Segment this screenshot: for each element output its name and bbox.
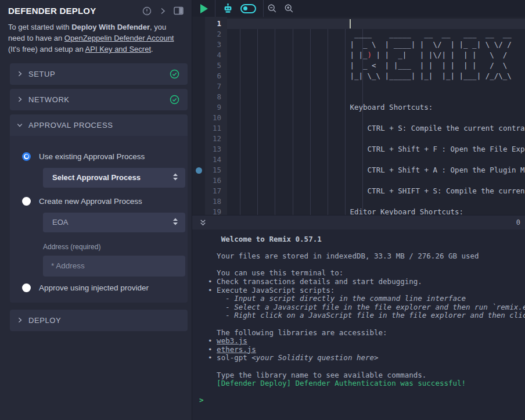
- line-number: 15: [205, 165, 227, 175]
- gutter-margin[interactable]: [192, 92, 205, 102]
- zoom-out-icon[interactable]: [267, 3, 277, 13]
- terminal-line: - Input a script directly in the command…: [199, 295, 525, 303]
- toolbar-divider: [215, 0, 215, 17]
- approval-type-select[interactable]: EOA: [43, 213, 185, 232]
- approval-process-body: Use existing Approval Process Select App…: [10, 136, 188, 303]
- alert-circle-icon[interactable]: [142, 6, 152, 16]
- defender-account-link[interactable]: OpenZeppelin Defender Account: [64, 34, 174, 42]
- split-view-icon[interactable]: [174, 6, 184, 15]
- breakpoint-margin[interactable]: [192, 165, 205, 175]
- radio-injected-provider[interactable]: Approve using injected provider: [22, 283, 176, 292]
- gutter-margin[interactable]: [192, 123, 205, 134]
- line-number: 19: [205, 207, 227, 215]
- terminal-line: - Right click on a JavaScript file in th…: [199, 311, 525, 320]
- zoom-in-icon[interactable]: [284, 3, 294, 13]
- gutter-margin[interactable]: [192, 207, 205, 215]
- terminal-line: • ethers.js: [199, 346, 525, 354]
- code-line[interactable]: 14: [192, 155, 525, 165]
- copilot-toggle[interactable]: [240, 4, 256, 13]
- gutter-margin[interactable]: [192, 196, 205, 207]
- line-text: CTRL + Shift + A : Open the Plugin Manag…: [227, 165, 525, 175]
- terminal-line: • Check transactions details and start d…: [199, 278, 525, 286]
- gutter-margin[interactable]: [192, 175, 205, 186]
- line-number: 7: [205, 81, 227, 92]
- radio-unselected-icon: [22, 197, 31, 206]
- code-line[interactable]: 7: [192, 81, 525, 92]
- gutter-margin[interactable]: [192, 29, 205, 40]
- editor-code: 12 ____ _____ __ __ ___ __ __3| _ \ | __…: [192, 19, 525, 215]
- run-script-button[interactable]: [200, 4, 208, 13]
- editor-terminal-column: 12 ____ _____ __ __ ___ __ __3| _ \ | __…: [192, 0, 525, 420]
- section-deploy[interactable]: DEPLOY: [10, 310, 188, 331]
- select-arrows-icon: [172, 173, 178, 183]
- gutter-margin[interactable]: [192, 81, 205, 92]
- code-line[interactable]: 17CTRL + SHIFT + S: Compile the current …: [192, 186, 525, 196]
- code-line[interactable]: 19Editor Keyboard Shortcuts:: [192, 207, 525, 215]
- gutter-margin[interactable]: [192, 102, 205, 113]
- check-circle-icon: [170, 69, 179, 79]
- library-link[interactable]: ethers.js: [217, 345, 256, 354]
- radio-use-existing[interactable]: Use existing Approval Process: [22, 152, 176, 161]
- terminal-output[interactable]: Welcome to Remix 0.57.1 Your files are s…: [192, 229, 525, 420]
- code-line[interactable]: 4| |_) | | _| | |\/| | | | \ /: [192, 50, 525, 60]
- radio-selected-icon: [22, 152, 31, 161]
- code-line[interactable]: 12: [192, 134, 525, 144]
- terminal-header: 0: [192, 215, 525, 229]
- terminal-line: The following libraries are accessible:: [199, 329, 525, 338]
- line-text: CTRL + S: Compile the current contract: [227, 123, 525, 134]
- line-text: Editor Keyboard Shortcuts:: [227, 207, 525, 215]
- section-network[interactable]: NETWORK: [10, 89, 188, 110]
- code-line[interactable]: 3| _ \ | ____| | \/ | |_ _| \ \/ /: [192, 40, 525, 50]
- line-number: 10: [205, 113, 227, 123]
- line-number: 12: [205, 134, 227, 144]
- section-label: APPROVAL PROCESS: [28, 121, 179, 130]
- code-line[interactable]: 6|_| \_\ |_____| |_| |_| |___| /_/\_\: [192, 71, 525, 81]
- code-line[interactable]: 13CTRL + Shift + F : Open the File Explo…: [192, 144, 525, 155]
- collapse-panel-chevron-icon[interactable]: [159, 8, 166, 15]
- code-line[interactable]: 1: [192, 19, 525, 29]
- terminal-line: • Execute JavaScript scripts:: [199, 286, 525, 295]
- gutter-margin[interactable]: [192, 134, 205, 144]
- chevron-down-icon: [17, 122, 23, 128]
- gutter-margin[interactable]: [192, 19, 205, 29]
- line-text: [227, 196, 525, 207]
- ai-assistant-robot-icon[interactable]: [222, 3, 233, 14]
- approval-process-select[interactable]: Select Approval Process: [43, 168, 185, 188]
- code-line[interactable]: 16: [192, 175, 525, 186]
- code-editor[interactable]: 12 ____ _____ __ __ ___ __ __3| _ \ | __…: [192, 17, 525, 215]
- api-key-link[interactable]: API Key and Secret: [85, 45, 151, 53]
- gutter-margin[interactable]: [192, 144, 205, 155]
- section-approval-process[interactable]: APPROVAL PROCESS: [10, 114, 188, 136]
- line-number: 4: [205, 50, 227, 60]
- gutter-margin[interactable]: [192, 113, 205, 123]
- code-line[interactable]: 15CTRL + Shift + A : Open the Plugin Man…: [192, 165, 525, 175]
- gutter-margin[interactable]: [192, 50, 205, 60]
- library-link[interactable]: web3.js: [217, 336, 247, 345]
- line-text: [227, 175, 525, 186]
- gutter-margin[interactable]: [192, 155, 205, 165]
- line-text: [227, 92, 525, 102]
- terminal-line: Your files are stored in indexedDB, 33.3…: [199, 252, 525, 261]
- gutter-margin[interactable]: [192, 186, 205, 196]
- gutter-margin[interactable]: [192, 40, 205, 50]
- collapse-terminal-icon[interactable]: [199, 219, 207, 227]
- section-setup[interactable]: SETUP: [10, 63, 188, 85]
- gutter-margin[interactable]: [192, 71, 205, 81]
- terminal-line: [199, 362, 525, 371]
- address-input[interactable]: [43, 256, 185, 277]
- code-line[interactable]: 9Keyboard Shortcuts:: [192, 102, 525, 113]
- chevron-right-icon: [17, 71, 23, 77]
- code-line[interactable]: 8: [192, 92, 525, 102]
- line-text: | |_) | | _| | |\/| | | | \ /: [227, 50, 525, 60]
- breakpoint-dot[interactable]: [196, 167, 202, 174]
- gutter-margin[interactable]: [192, 60, 205, 71]
- radio-create-new[interactable]: Create new Approval Process: [22, 197, 176, 206]
- code-line[interactable]: 18: [192, 196, 525, 207]
- code-line[interactable]: 5| _ < | |___ | | | | | | / \: [192, 60, 525, 71]
- code-line[interactable]: 11CTRL + S: Compile the current contract: [192, 123, 525, 134]
- line-number: 14: [205, 155, 227, 165]
- code-line[interactable]: 10: [192, 113, 525, 123]
- code-line[interactable]: 2 ____ _____ __ __ ___ __ __: [192, 29, 525, 40]
- line-text: [227, 19, 525, 29]
- address-label: Address (required): [43, 243, 176, 251]
